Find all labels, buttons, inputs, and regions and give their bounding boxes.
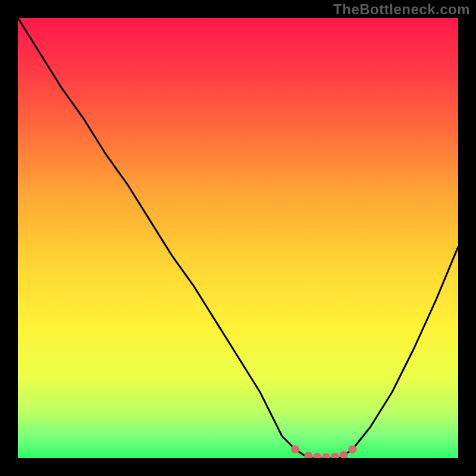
chart-frame: TheBottleneck.com bbox=[0, 0, 476, 476]
bottleneck-chart bbox=[18, 18, 458, 458]
right-edge-marker bbox=[348, 445, 356, 453]
watermark: TheBottleneck.com bbox=[333, 1, 470, 18]
plot-area bbox=[18, 18, 458, 458]
left-edge-marker bbox=[291, 445, 299, 453]
